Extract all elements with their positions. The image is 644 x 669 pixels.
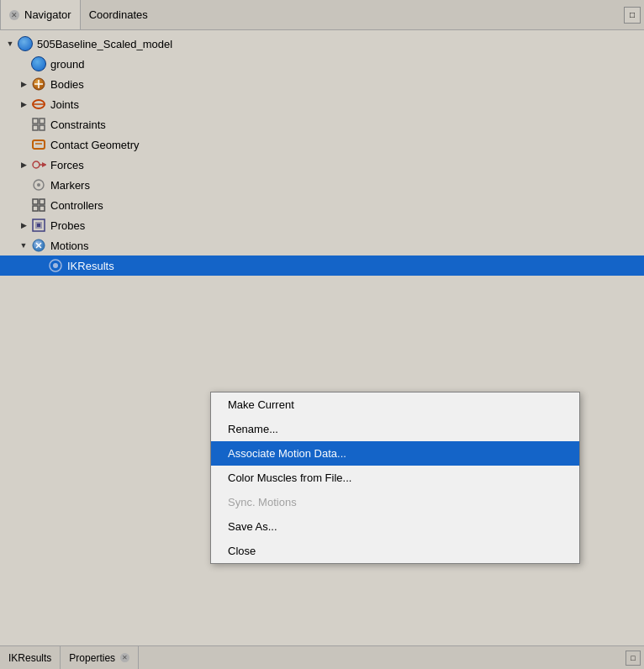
context-menu-item-color-muscles[interactable]: Color Muscles from File... — [211, 466, 579, 490]
root-arrow[interactable] — [3, 37, 17, 50]
bodies-label: Bodies — [50, 78, 84, 91]
bottom-spacer — [139, 646, 622, 669]
forces-arrow[interactable] — [17, 158, 30, 171]
svg-rect-9 — [33, 140, 45, 149]
tree-item-probes[interactable]: Probes — [0, 215, 644, 235]
rename-label: Rename... — [228, 423, 278, 435]
forces-icon — [30, 156, 47, 173]
bottom-tab-bar: IKResults Properties ✕ □ — [0, 645, 644, 669]
svg-rect-5 — [33, 119, 38, 124]
tree-item-motions[interactable]: Motions — [0, 235, 644, 255]
context-menu: Make Current Rename... Associate Motion … — [210, 392, 580, 564]
main-content: 505Baseline_Scaled_model ground — [0, 30, 644, 645]
svg-point-11 — [33, 161, 40, 168]
tree-item-contact[interactable]: Contact Geometry — [0, 134, 644, 155]
ikresults-label: IKResults — [67, 260, 114, 272]
model-icon — [17, 35, 34, 52]
ground-icon — [30, 55, 47, 72]
constraints-icon — [30, 116, 47, 133]
tree-item-ikresults[interactable]: IKResults — [0, 255, 644, 276]
probes-arrow[interactable] — [17, 219, 30, 232]
bottom-tab-properties-label: Properties — [69, 652, 115, 664]
joints-arrow[interactable] — [17, 97, 30, 111]
tree-item-forces[interactable]: Forces — [0, 155, 644, 175]
svg-rect-16 — [40, 199, 45, 204]
markers-label: Markers — [50, 179, 90, 192]
maximize-button[interactable]: □ — [624, 7, 641, 24]
bodies-arrow[interactable] — [17, 77, 30, 91]
context-menu-item-close[interactable]: Close — [211, 539, 579, 563]
bodies-icon — [30, 76, 47, 92]
bottom-tab-ikresults[interactable]: IKResults — [0, 646, 61, 669]
close-label: Close — [228, 545, 256, 557]
svg-rect-6 — [40, 119, 45, 124]
tree-item-bodies[interactable]: Bodies — [0, 74, 644, 94]
bottom-tab-ikresults-label: IKResults — [8, 652, 51, 664]
controllers-icon — [30, 197, 47, 213]
bottom-tab-properties[interactable]: Properties ✕ — [61, 646, 139, 669]
main-window: ✕ Navigator Coordinates □ 505Baseline_Sc… — [0, 0, 644, 669]
forces-label: Forces — [50, 159, 84, 171]
ikresults-icon — [47, 257, 64, 274]
tree-item-ground[interactable]: ground — [0, 54, 644, 74]
tree-item-joints[interactable]: Joints — [0, 94, 644, 114]
context-menu-item-sync-motions: Sync. Motions — [211, 490, 579, 514]
maximize-icon: □ — [630, 10, 635, 19]
svg-rect-18 — [40, 206, 45, 211]
tab-navigator-close[interactable]: ✕ — [9, 10, 19, 20]
tree-item-constraints[interactable]: Constraints — [0, 114, 644, 134]
probes-icon — [30, 217, 47, 234]
associate-motion-label: Associate Motion Data... — [228, 447, 346, 460]
tab-bar: ✕ Navigator Coordinates □ — [0, 0, 644, 30]
svg-point-14 — [37, 183, 40, 187]
motions-label: Motions — [50, 240, 89, 252]
ground-label: ground — [50, 58, 84, 71]
context-menu-item-associate-motion[interactable]: Associate Motion Data... — [211, 441, 579, 466]
bottom-maximize-button[interactable]: □ — [626, 651, 641, 666]
constraints-label: Constraints — [50, 119, 106, 131]
tab-navigator[interactable]: ✕ Navigator — [0, 0, 81, 29]
tree-root[interactable]: 505Baseline_Scaled_model — [0, 34, 644, 54]
motions-icon — [30, 237, 47, 254]
probes-label: Probes — [50, 219, 85, 232]
svg-rect-21 — [37, 224, 40, 227]
bottom-tab-properties-close[interactable]: ✕ — [120, 653, 129, 662]
tab-coordinates[interactable]: Coordinates — [81, 0, 156, 29]
contact-label: Contact Geometry — [50, 139, 140, 151]
context-menu-item-rename[interactable]: Rename... — [211, 417, 579, 441]
svg-point-26 — [53, 263, 58, 268]
svg-rect-8 — [40, 125, 45, 130]
contact-icon — [30, 136, 47, 153]
save-as-label: Save As... — [228, 520, 277, 533]
svg-rect-7 — [33, 125, 38, 130]
context-menu-item-save-as[interactable]: Save As... — [211, 514, 579, 539]
controllers-label: Controllers — [50, 199, 103, 212]
tab-coordinates-label: Coordinates — [89, 8, 148, 21]
context-menu-item-make-current[interactable]: Make Current — [211, 392, 579, 417]
motions-arrow[interactable] — [17, 239, 30, 252]
svg-rect-15 — [33, 199, 38, 204]
svg-rect-17 — [33, 206, 38, 211]
joints-label: Joints — [50, 98, 79, 111]
tab-navigator-label: Navigator — [24, 8, 71, 21]
color-muscles-label: Color Muscles from File... — [228, 471, 351, 484]
tree-item-controllers[interactable]: Controllers — [0, 195, 644, 215]
sync-motions-label: Sync. Motions — [228, 496, 297, 508]
markers-icon — [30, 176, 47, 193]
root-label: 505Baseline_Scaled_model — [37, 38, 172, 50]
tree-item-markers[interactable]: Markers — [0, 175, 644, 195]
make-current-label: Make Current — [228, 398, 294, 411]
tab-spacer — [156, 0, 620, 29]
joints-icon — [30, 96, 47, 113]
